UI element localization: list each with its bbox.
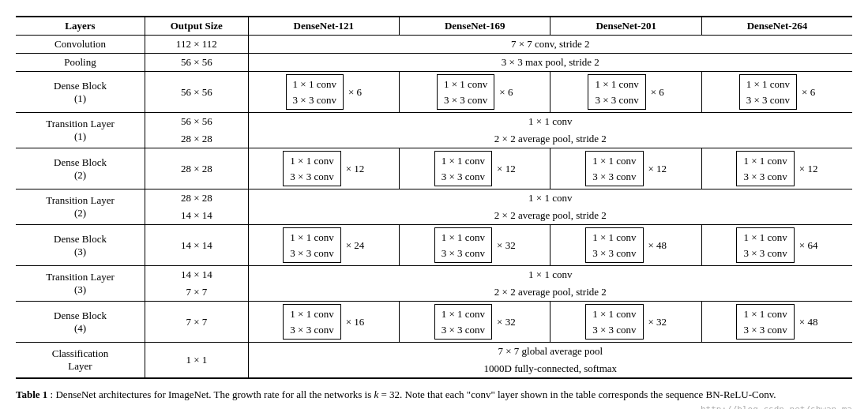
dense2-net121: 1 × 1 conv3 × 3 conv × 12	[248, 148, 399, 189]
table-row: Transition Layer(3) 14 × 14 1 × 1 conv	[16, 266, 852, 284]
watermark-text: http://blog.csdn.net/shwan_ma	[16, 404, 852, 410]
dense3-net169: 1 × 1 conv3 × 3 conv × 32	[400, 225, 550, 266]
dense2-net201: 1 × 1 conv3 × 3 conv × 12	[550, 148, 701, 189]
output-dense4: 7 × 7	[145, 302, 249, 343]
output-trans1-top: 56 × 56	[145, 113, 249, 131]
trans3-pool: 2 × 2 average pool, stride 2	[248, 283, 852, 302]
dense1-net264: 1 × 1 conv3 × 3 conv × 6	[701, 72, 852, 113]
dense1-net201: 1 × 1 conv3 × 3 conv × 6	[550, 72, 701, 113]
header-layers: Layers	[16, 17, 145, 36]
output-convolution: 112 × 112	[145, 36, 249, 54]
output-pooling: 56 × 56	[145, 54, 249, 72]
caption-colon: :	[51, 388, 54, 400]
trans1-conv: 1 × 1 conv	[248, 113, 852, 131]
trans1-pool: 2 × 2 average pool, stride 2	[248, 130, 852, 148]
caption-text: DenseNet architectures for ImageNet. The…	[55, 388, 776, 400]
layer-dense2: Dense Block(2)	[16, 148, 145, 189]
layer-dense4: Dense Block(4)	[16, 302, 145, 343]
layer-classification: ClassificationLayer	[16, 343, 145, 379]
header-densenet201: DenseNet-201	[550, 17, 701, 36]
table-row: Transition Layer(2) 28 × 28 1 × 1 conv	[16, 189, 852, 208]
output-trans2-bot: 14 × 14	[145, 207, 249, 225]
table-row: Dense Block(2) 28 × 28 1 × 1 conv3 × 3 c…	[16, 148, 852, 189]
layer-pooling: Pooling	[16, 54, 145, 72]
dense1-net169: 1 × 1 conv3 × 3 conv × 6	[400, 72, 550, 113]
caption-label: Table 1	[16, 388, 47, 400]
output-dense2: 28 × 28	[145, 148, 249, 189]
dense3-net264: 1 × 1 conv3 × 3 conv × 64	[701, 225, 852, 266]
class-fc: 1000D fully-connected, softmax	[248, 360, 852, 378]
dense4-net121: 1 × 1 conv3 × 3 conv × 16	[248, 302, 399, 343]
table-row: ClassificationLayer 1 × 1 7 × 7 global a…	[16, 343, 852, 361]
layer-convolution: Convolution	[16, 36, 145, 54]
output-trans3-bot: 7 × 7	[145, 283, 249, 302]
dense1-net121: 1 × 1 conv3 × 3 conv × 6	[248, 72, 399, 113]
trans2-pool: 2 × 2 average pool, stride 2	[248, 207, 852, 225]
header-output: Output Size	[145, 17, 249, 36]
class-pool: 7 × 7 global average pool	[248, 343, 852, 361]
table-row: Dense Block(1) 56 × 56 1 × 1 conv3 × 3 c…	[16, 72, 852, 113]
output-trans3-top: 14 × 14	[145, 266, 249, 284]
output-dense1: 56 × 56	[145, 72, 249, 113]
header-densenet264: DenseNet-264	[701, 17, 852, 36]
dense3-net121: 1 × 1 conv3 × 3 conv × 24	[248, 225, 399, 266]
conv-value: 7 × 7 conv, stride 2	[248, 36, 852, 54]
table-row: Dense Block(4) 7 × 7 1 × 1 conv3 × 3 con…	[16, 302, 852, 343]
dense4-net201: 1 × 1 conv3 × 3 conv × 32	[550, 302, 701, 343]
table-container: Layers Output Size DenseNet-121 DenseNet…	[16, 16, 852, 379]
layer-dense3: Dense Block(3)	[16, 225, 145, 266]
layer-dense1: Dense Block(1)	[16, 72, 145, 113]
table-row: Convolution 112 × 112 7 × 7 conv, stride…	[16, 36, 852, 54]
trans3-conv: 1 × 1 conv	[248, 266, 852, 284]
output-trans2-top: 28 × 28	[145, 189, 249, 208]
table-row: Pooling 56 × 56 3 × 3 max pool, stride 2	[16, 54, 852, 72]
architecture-table: Layers Output Size DenseNet-121 DenseNet…	[16, 16, 852, 379]
header-densenet121: DenseNet-121	[248, 17, 399, 36]
dense4-net264: 1 × 1 conv3 × 3 conv × 48	[701, 302, 852, 343]
dense3-net201: 1 × 1 conv3 × 3 conv × 48	[550, 225, 701, 266]
output-trans1-bot: 28 × 28	[145, 130, 249, 148]
dense2-net169: 1 × 1 conv3 × 3 conv × 12	[400, 148, 550, 189]
layer-trans1: Transition Layer(1)	[16, 113, 145, 148]
table-caption: Table 1 : DenseNet architectures for Ima…	[16, 387, 852, 403]
table-row: Dense Block(3) 14 × 14 1 × 1 conv3 × 3 c…	[16, 225, 852, 266]
layer-trans2: Transition Layer(2)	[16, 189, 145, 225]
output-classification: 1 × 1	[145, 343, 249, 379]
header-densenet169: DenseNet-169	[400, 17, 550, 36]
dense2-net264: 1 × 1 conv3 × 3 conv × 12	[701, 148, 852, 189]
trans2-conv: 1 × 1 conv	[248, 189, 852, 208]
pool-value: 3 × 3 max pool, stride 2	[248, 54, 852, 72]
layer-trans3: Transition Layer(3)	[16, 266, 145, 302]
table-row: Transition Layer(1) 56 × 56 1 × 1 conv	[16, 113, 852, 131]
dense4-net169: 1 × 1 conv3 × 3 conv × 32	[400, 302, 550, 343]
output-dense3: 14 × 14	[145, 225, 249, 266]
